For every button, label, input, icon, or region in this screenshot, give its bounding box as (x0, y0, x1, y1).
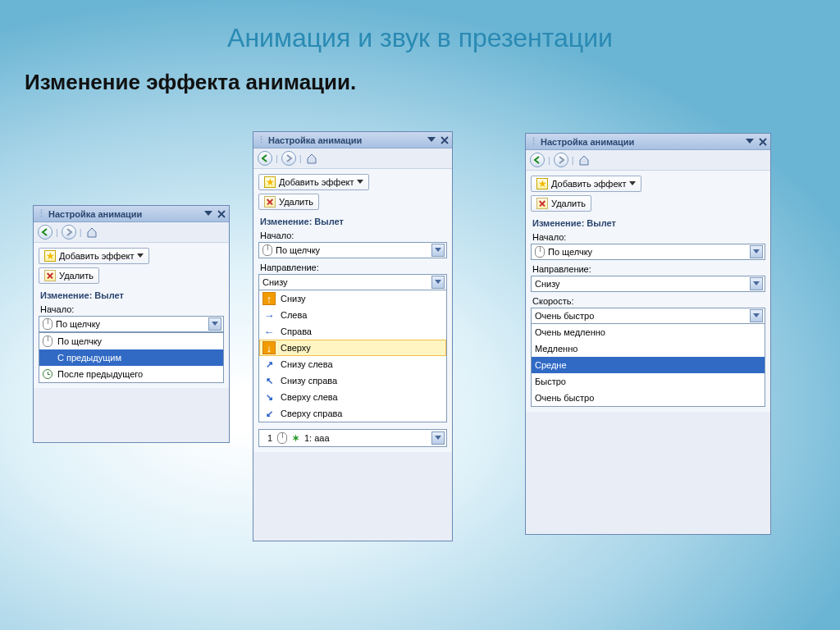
direction-label: Направление: (260, 262, 447, 272)
remove-button[interactable]: Удалить (258, 194, 319, 210)
add-effect-button[interactable]: ★ Добавить эффект (39, 248, 149, 264)
start-option-withprev[interactable]: С предыдущим (39, 349, 223, 366)
animation-pane-direction: ⋮ Настройка анимации | | ★ Добавить эффе… (253, 131, 453, 541)
titlebar[interactable]: ⋮ Настройка анимации (253, 132, 452, 148)
combo-toggle-icon[interactable] (208, 317, 221, 331)
back-button[interactable] (38, 225, 52, 240)
combo-toggle-icon[interactable] (750, 309, 763, 322)
arrow-downleft-icon: ↙ (262, 407, 276, 420)
direction-label: Направление: (532, 264, 765, 274)
menu-down-icon[interactable] (427, 137, 436, 144)
arrow-down-icon: ↓ (262, 341, 276, 354)
combo-toggle-icon[interactable] (750, 277, 763, 290)
start-label: Начало: (260, 231, 447, 240)
home-icon[interactable] (305, 152, 318, 165)
change-section-label: Изменение: Вылет (532, 218, 765, 228)
direction-combobox[interactable]: Снизу (531, 276, 765, 292)
start-label: Начало: (532, 232, 765, 242)
direction-option[interactable]: ↖Снизу справа (259, 372, 446, 389)
remove-button[interactable]: Удалить (39, 267, 99, 284)
direction-combobox[interactable]: Снизу (258, 274, 447, 290)
combo-toggle-icon[interactable] (431, 431, 445, 445)
start-option-afterprev[interactable]: После предыдущего (39, 366, 223, 382)
forward-button[interactable] (281, 151, 296, 166)
combo-toggle-icon[interactable] (750, 245, 763, 258)
nav-toolbar: | | (253, 148, 452, 169)
mouse-icon (262, 244, 272, 256)
menu-down-icon[interactable] (746, 139, 754, 145)
dropdown-icon (629, 181, 636, 186)
effect-item-row[interactable]: 1 ✶ 1: aaa (258, 429, 447, 447)
nav-toolbar: | | (526, 150, 770, 171)
forward-button[interactable] (554, 153, 568, 167)
start-combobox[interactable]: По щелчку (258, 242, 447, 258)
clock-icon (43, 369, 52, 379)
close-icon[interactable] (217, 210, 226, 218)
dropdown-icon (137, 253, 144, 258)
add-effect-button[interactable]: ★ Добавить эффект (531, 176, 641, 192)
start-combobox[interactable]: По щелчку (531, 244, 765, 260)
arrow-left-icon: ← (262, 325, 276, 338)
direction-option-hover[interactable]: ↓Сверху (259, 340, 446, 356)
speed-combobox[interactable]: Очень быстро (531, 308, 765, 324)
home-icon[interactable] (578, 153, 591, 167)
nav-toolbar: | | (34, 222, 229, 243)
speed-option-selected[interactable]: Средне (532, 357, 765, 373)
menu-down-icon[interactable] (204, 211, 212, 217)
slide-subtitle: Изменение эффекта анимации. (0, 53, 840, 95)
close-icon[interactable] (441, 136, 449, 144)
direction-option[interactable]: ↑Снизу (259, 290, 446, 307)
remove-icon (44, 270, 56, 281)
speed-label: Скорость: (532, 296, 765, 306)
grip-icon: ⋮ (37, 208, 45, 219)
grip-icon: ⋮ (257, 135, 265, 145)
direction-option[interactable]: ↘Сверху слева (259, 389, 446, 405)
change-section-label: Изменение: Вылет (40, 290, 224, 300)
add-effect-button[interactable]: ★ Добавить эффект (258, 174, 369, 190)
forward-button[interactable] (62, 225, 76, 240)
back-button[interactable] (258, 151, 272, 166)
start-options-list: По щелчку С предыдущим После предыдущего (39, 332, 224, 383)
speed-option[interactable]: Медленно (532, 340, 765, 357)
slide-title: Анимация и звук в презентации (0, 0, 840, 53)
pane-title: Настройка анимации (268, 135, 427, 145)
speed-option[interactable]: Быстро (532, 373, 765, 390)
direction-option[interactable]: ↗Снизу слева (259, 356, 446, 372)
mouse-icon (43, 318, 52, 330)
effect-star-icon: ★ (44, 250, 56, 262)
start-option-click[interactable]: По щелчку (39, 333, 223, 349)
pane-title: Настройка анимации (48, 209, 204, 219)
start-label: Начало: (40, 304, 224, 314)
back-button[interactable] (530, 153, 545, 167)
effect-star-icon: ★ (536, 178, 548, 189)
titlebar[interactable]: ⋮ Настройка анимации (526, 134, 770, 150)
combo-toggle-icon[interactable] (431, 244, 445, 257)
direction-option[interactable]: ←Справа (259, 323, 446, 340)
remove-icon (264, 196, 276, 208)
arrow-right-icon: → (262, 308, 276, 322)
change-section-label: Изменение: Вылет (260, 217, 447, 226)
remove-icon (536, 198, 548, 209)
arrow-up-icon: ↑ (262, 292, 276, 305)
titlebar[interactable]: ⋮ Настройка анимации (34, 206, 229, 222)
pane-title: Настройка анимации (541, 137, 746, 147)
direction-option[interactable]: →Слева (259, 307, 446, 323)
mouse-icon (277, 432, 287, 444)
start-combobox[interactable]: По щелчку (39, 316, 224, 332)
speed-option[interactable]: Очень медленно (532, 324, 765, 340)
mouse-icon (535, 246, 545, 258)
direction-option[interactable]: ↙Сверху справа (259, 405, 446, 422)
effect-star-icon: ★ (264, 176, 276, 188)
home-icon[interactable] (85, 226, 98, 239)
animation-pane-start: ⋮ Настройка анимации | | ★ Добавить эффе… (33, 205, 230, 443)
remove-button[interactable]: Удалить (531, 195, 591, 212)
speed-options-list: Очень медленно Медленно Средне Быстро Оч… (531, 324, 765, 407)
effect-green-star-icon: ✶ (292, 433, 299, 444)
animation-pane-speed: ⋮ Настройка анимации | | ★ Добавить эффе… (525, 133, 771, 535)
speed-option[interactable]: Очень быстро (532, 390, 765, 406)
grip-icon: ⋮ (529, 136, 537, 147)
arrow-downright-icon: ↘ (262, 390, 276, 404)
combo-toggle-icon[interactable] (431, 276, 445, 289)
close-icon[interactable] (759, 138, 767, 146)
arrow-upleft-icon: ↖ (262, 374, 276, 387)
